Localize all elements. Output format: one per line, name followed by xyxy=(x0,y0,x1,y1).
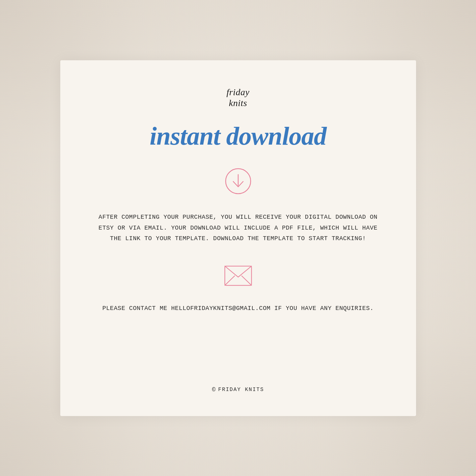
email-icon xyxy=(223,264,253,287)
copyright-text: FRIDAY KNITS xyxy=(218,387,264,393)
copyright: © FRIDAY KNITS xyxy=(212,386,264,393)
logo-line1: friday xyxy=(227,87,250,97)
contact-text: PLEASE CONTACT ME HELLOFRIDAYKNITS@GMAIL… xyxy=(102,303,374,314)
email-icon-wrapper xyxy=(223,264,253,289)
download-icon xyxy=(223,166,253,196)
logo-line2: knits xyxy=(229,98,247,108)
body-text: AFTER COMPLETING YOUR PURCHASE, YOU WILL… xyxy=(93,212,383,244)
download-icon-wrapper xyxy=(223,166,253,197)
svg-line-3 xyxy=(225,276,235,285)
headline: instant download xyxy=(150,122,326,150)
logo-area: friday knits xyxy=(227,87,250,109)
content-card: friday knits instant download AFTER COMP… xyxy=(60,60,416,416)
page-background: friday knits instant download AFTER COMP… xyxy=(0,0,476,476)
copyright-symbol: © xyxy=(212,386,216,393)
logo-text: friday knits xyxy=(227,87,250,109)
svg-line-4 xyxy=(241,276,251,285)
